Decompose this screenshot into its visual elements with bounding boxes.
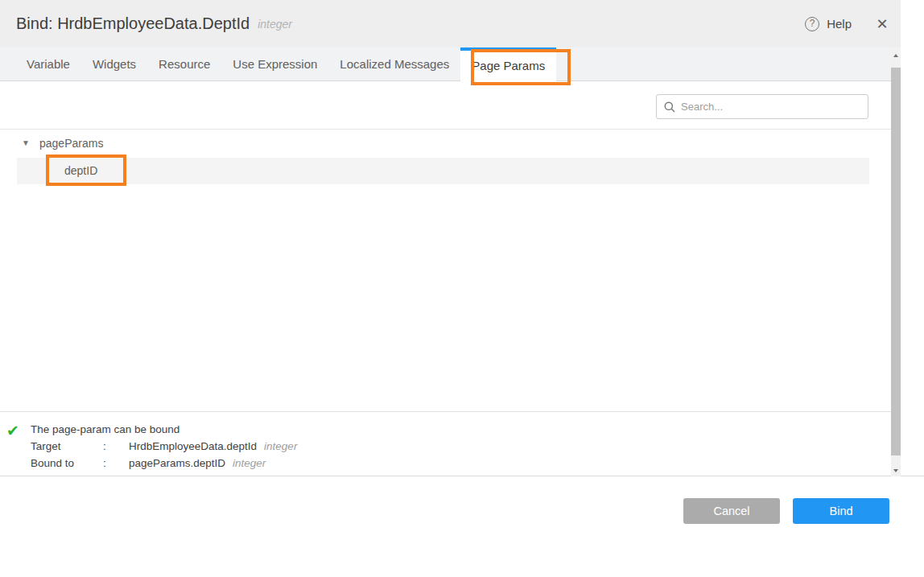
status-label: Target xyxy=(31,438,103,455)
dialog-title: Bind: HrdbEmployeeData.DeptId xyxy=(16,14,250,33)
divider xyxy=(0,476,924,476)
status-row-bound-to: Bound to : pageParams.deptID integer xyxy=(31,455,297,472)
cancel-button[interactable]: Cancel xyxy=(683,498,780,524)
bind-button[interactable]: Bind xyxy=(793,498,889,524)
status-colon: : xyxy=(103,455,129,472)
status-lines: The page-param can be bound Target : Hrd… xyxy=(31,421,297,472)
scroll-up-arrow-icon[interactable] xyxy=(891,50,901,61)
dialog-title-type: integer xyxy=(258,18,292,31)
search-box[interactable] xyxy=(656,94,868,119)
help-button[interactable]: Help xyxy=(827,17,852,31)
help-icon[interactable]: ? xyxy=(805,17,819,31)
caret-down-icon[interactable]: ▼ xyxy=(22,139,30,147)
tab-variable[interactable]: Variable xyxy=(15,47,81,81)
status-label: Bound to xyxy=(31,455,103,472)
tab-localized-messages[interactable]: Localized Messages xyxy=(328,47,460,81)
status-value-type: integer xyxy=(264,438,297,455)
page-params-tree: ▼ pageParams deptID xyxy=(0,130,891,157)
status-row-target: Target : HrdbEmployeeData.deptId integer xyxy=(31,438,297,455)
check-icon: ✔ xyxy=(6,422,19,440)
vertical-scrollbar[interactable] xyxy=(891,50,901,476)
bind-status-panel: ✔ The page-param can be bound Target : H… xyxy=(0,412,891,476)
tab-bar: Variable Widgets Resource Use Expression… xyxy=(0,47,901,81)
tab-page-params[interactable]: Page Params xyxy=(460,47,556,82)
tab-use-expression[interactable]: Use Expression xyxy=(221,47,328,81)
tree-node-pageparams[interactable]: ▼ pageParams xyxy=(0,130,891,157)
status-value: HrdbEmployeeData.deptId xyxy=(129,438,257,455)
search-icon xyxy=(664,101,675,113)
bind-dialog: Bind: HrdbEmployeeData.DeptId integer ? … xyxy=(0,0,924,577)
tab-resource[interactable]: Resource xyxy=(147,47,221,81)
scroll-down-arrow-icon[interactable] xyxy=(891,465,901,476)
status-value-type: integer xyxy=(233,455,266,472)
tree-node-label: deptID xyxy=(64,158,97,184)
tree-node-label: pageParams xyxy=(39,137,103,150)
close-icon[interactable]: ✕ xyxy=(873,15,891,33)
header-actions: ? Help ✕ xyxy=(805,0,891,47)
dialog-header: Bind: HrdbEmployeeData.DeptId integer ? … xyxy=(0,0,901,47)
tab-widgets[interactable]: Widgets xyxy=(81,47,147,81)
status-message: The page-param can be bound xyxy=(31,421,297,438)
dialog-title-wrap: Bind: HrdbEmployeeData.DeptId integer xyxy=(16,0,292,47)
search-input[interactable] xyxy=(681,101,860,113)
scrollbar-thumb[interactable] xyxy=(891,68,901,455)
tree-node-deptid[interactable]: deptID xyxy=(17,158,869,184)
status-colon: : xyxy=(103,438,129,455)
status-value: pageParams.deptID xyxy=(129,455,225,472)
